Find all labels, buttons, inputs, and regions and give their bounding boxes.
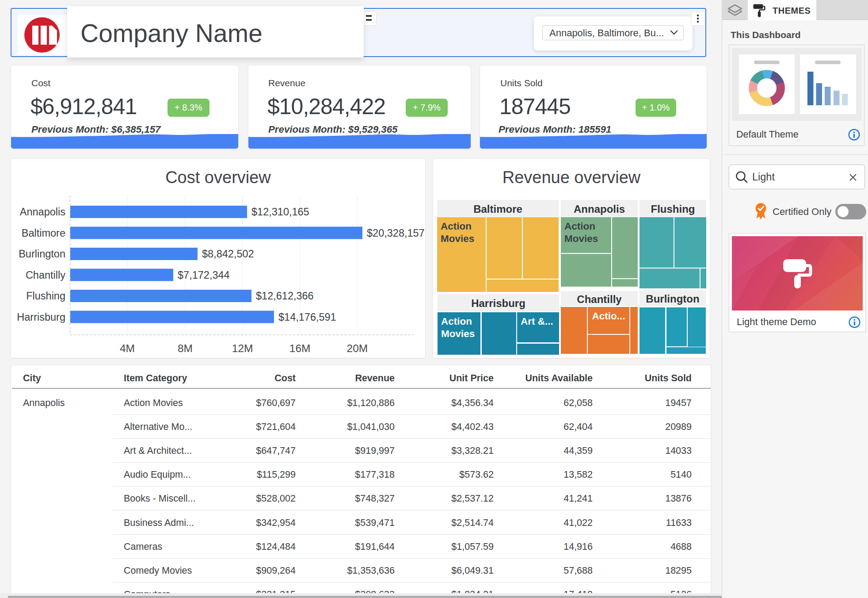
svg-text:$20,328,157: $20,328,157 — [367, 227, 425, 239]
svg-text:Chantilly: Chantilly — [26, 269, 65, 281]
svg-text:8M: 8M — [178, 342, 193, 354]
svg-text:16M: 16M — [289, 342, 311, 354]
svg-text:Burlington: Burlington — [19, 248, 65, 260]
svg-text:$14,176,591: $14,176,591 — [278, 311, 336, 323]
svg-text:Baltimore: Baltimore — [22, 227, 65, 239]
svg-text:Annapolis: Annapolis — [20, 206, 65, 218]
svg-text:$8,842,502: $8,842,502 — [202, 248, 254, 260]
svg-text:Harrisburg: Harrisburg — [17, 311, 65, 323]
svg-text:$12,310,165: $12,310,165 — [251, 206, 309, 218]
svg-text:4M: 4M — [120, 342, 135, 354]
svg-text:12M: 12M — [232, 342, 253, 354]
svg-text:$12,612,366: $12,612,366 — [256, 290, 314, 302]
svg-text:$7,172,344: $7,172,344 — [178, 269, 230, 281]
svg-text:Flushing: Flushing — [26, 290, 65, 302]
svg-text:20M: 20M — [347, 342, 368, 354]
